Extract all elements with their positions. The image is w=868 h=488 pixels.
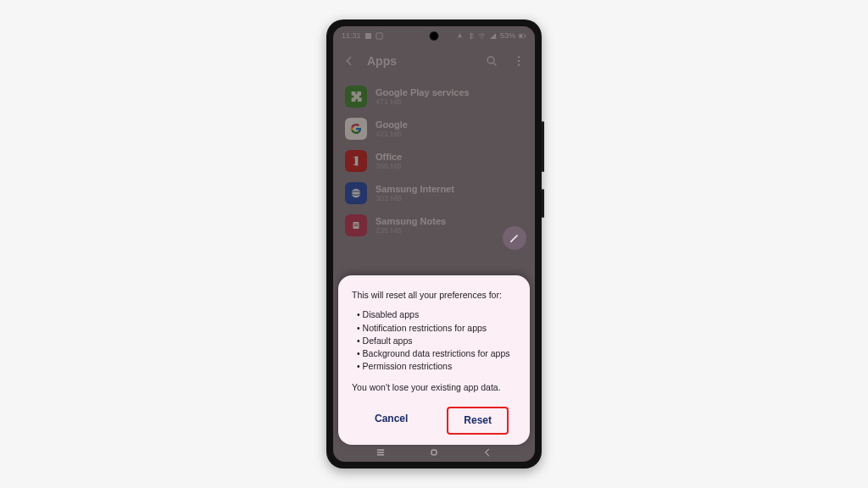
wifi-icon <box>478 32 486 40</box>
notification-icon <box>364 32 372 40</box>
dialog-actions: Cancel Reset <box>352 407 516 435</box>
notification-icon <box>376 32 383 40</box>
camera-hole-icon <box>431 32 438 40</box>
app-name: Google <box>376 119 408 130</box>
dialog-bullet: Disabled apps <box>357 308 516 321</box>
back-icon[interactable] <box>340 52 359 70</box>
recents-icon[interactable] <box>375 446 387 458</box>
reset-button[interactable]: Reset <box>447 407 509 435</box>
reset-dialog: This will reset all your preferences for… <box>338 275 530 445</box>
clock-text: 11:31 <box>342 31 361 40</box>
dialog-footer-text: You won't lose your existing app data. <box>352 381 516 394</box>
app-list[interactable]: Google Play services 471 MB Google 421 M… <box>333 77 535 245</box>
volume-button <box>542 121 544 172</box>
location-icon <box>456 32 464 40</box>
app-size: 235 MB <box>376 226 446 235</box>
search-icon[interactable] <box>482 52 501 70</box>
app-size: 303 MB <box>376 194 454 202</box>
dialog-bullet-list: Disabled apps Notification restrictions … <box>352 308 516 373</box>
home-icon[interactable] <box>428 446 440 458</box>
samsung-notes-icon <box>345 214 367 236</box>
app-name: Google Play services <box>376 87 470 98</box>
svg-rect-19 <box>431 450 437 455</box>
list-item[interactable]: Google Play services 471 MB <box>333 80 535 113</box>
dialog-bullet: Notification restrictions for apps <box>357 322 516 335</box>
android-nav-bar <box>333 443 535 462</box>
app-name: Office <box>376 152 402 163</box>
svg-rect-5 <box>520 34 522 36</box>
list-item[interactable]: Google 421 MB <box>333 113 535 145</box>
page-title: Apps <box>367 54 474 68</box>
dialog-lead-text: This will reset all your preferences for… <box>352 289 516 302</box>
bluetooth-icon <box>467 32 475 40</box>
battery-icon <box>519 32 526 40</box>
phone-frame: 11:31 <box>326 19 542 469</box>
battery-text: 53% <box>500 31 515 40</box>
google-icon <box>345 118 367 140</box>
svg-point-10 <box>352 189 361 198</box>
signal-icon <box>489 32 497 40</box>
svg-rect-4 <box>526 35 526 36</box>
svg-rect-15 <box>354 225 359 226</box>
app-size: 421 MB <box>376 130 408 138</box>
play-services-icon <box>345 86 367 108</box>
app-name: Samsung Internet <box>376 184 454 195</box>
app-bar: Apps <box>333 45 535 77</box>
svg-point-7 <box>518 56 520 58</box>
dialog-bullet: Default apps <box>357 335 516 347</box>
phone-screen: 11:31 <box>333 26 535 462</box>
office-icon <box>345 150 367 172</box>
app-name: Samsung Notes <box>376 216 446 227</box>
cancel-button[interactable]: Cancel <box>359 407 423 435</box>
svg-point-8 <box>518 60 520 62</box>
edit-fab[interactable] <box>503 226 526 250</box>
samsung-internet-icon <box>345 182 367 204</box>
svg-rect-0 <box>364 32 370 38</box>
dialog-bullet: Background data restrictions for apps <box>357 347 516 360</box>
svg-rect-1 <box>376 32 381 38</box>
power-button <box>542 189 544 218</box>
list-item[interactable]: Office 366 MB <box>333 145 535 177</box>
pencil-icon <box>509 232 520 244</box>
more-icon[interactable] <box>509 52 528 70</box>
list-item[interactable]: Samsung Internet 303 MB <box>333 177 535 209</box>
svg-point-9 <box>518 64 520 65</box>
dialog-bullet: Permission restrictions <box>357 360 516 373</box>
app-size: 366 MB <box>376 162 402 170</box>
svg-point-2 <box>481 37 482 38</box>
nav-back-icon[interactable] <box>481 446 493 458</box>
app-size: 471 MB <box>376 97 470 106</box>
svg-rect-14 <box>354 224 359 225</box>
svg-point-6 <box>487 57 494 64</box>
